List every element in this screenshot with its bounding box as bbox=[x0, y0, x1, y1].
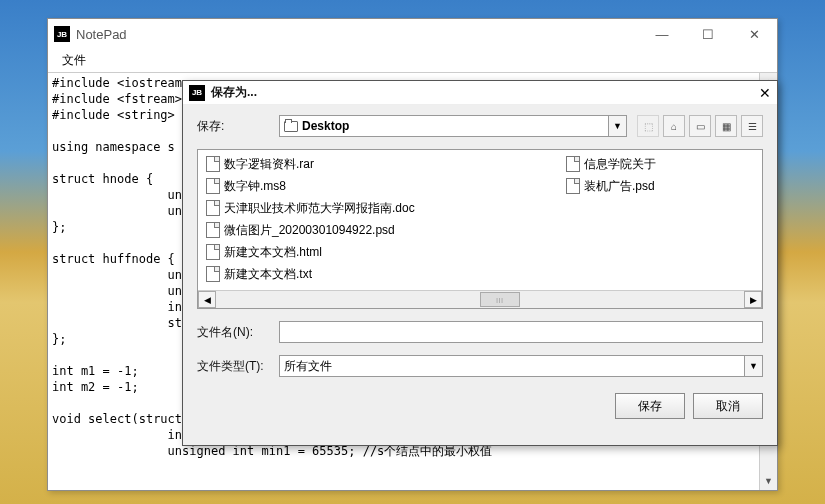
up-folder-button: ⬚ bbox=[637, 115, 659, 137]
chevron-down-icon[interactable]: ▼ bbox=[608, 116, 626, 136]
scroll-left-arrow[interactable]: ◀ bbox=[198, 291, 216, 308]
cancel-button[interactable]: 取消 bbox=[693, 393, 763, 419]
scroll-right-arrow[interactable]: ▶ bbox=[744, 291, 762, 308]
list-icon: ☰ bbox=[748, 121, 757, 132]
menu-file[interactable]: 文件 bbox=[54, 50, 94, 71]
list-item[interactable]: 微信图片_20200301094922.psd bbox=[206, 220, 526, 240]
file-icon bbox=[566, 156, 580, 172]
main-titlebar: JB NotePad — ☐ ✕ bbox=[48, 19, 777, 49]
dialog-app-icon: JB bbox=[189, 85, 205, 101]
folder-icon bbox=[284, 121, 298, 132]
detail-view-button[interactable]: ☰ bbox=[741, 115, 763, 137]
location-text: Desktop bbox=[302, 119, 349, 133]
location-dropdown[interactable]: Desktop ▼ bbox=[279, 115, 627, 137]
file-icon bbox=[206, 266, 220, 282]
hscroll-thumb[interactable]: ||| bbox=[480, 292, 520, 307]
filetype-dropdown[interactable]: 所有文件 ▼ bbox=[279, 355, 763, 377]
file-list[interactable]: 数字逻辑资料.rar 数字钟.ms8 天津职业技术师范大学网报指南.doc 微信… bbox=[197, 149, 763, 309]
list-item[interactable]: 数字钟.ms8 bbox=[206, 176, 526, 196]
save-as-dialog: JB 保存为... ✕ 保存: Desktop ▼ ⬚ ⌂ ▭ ▦ ☰ bbox=[182, 80, 778, 446]
filetype-label: 文件类型(T): bbox=[197, 358, 269, 375]
list-item[interactable]: 数字逻辑资料.rar bbox=[206, 154, 526, 174]
home-icon: ⌂ bbox=[671, 121, 677, 132]
folder-up-icon: ⬚ bbox=[644, 121, 653, 132]
grid-icon: ▦ bbox=[722, 121, 731, 132]
horizontal-scrollbar[interactable]: ◀ ||| ▶ bbox=[198, 290, 762, 308]
save-button[interactable]: 保存 bbox=[615, 393, 685, 419]
chevron-down-icon[interactable]: ▼ bbox=[744, 356, 762, 376]
file-icon bbox=[206, 178, 220, 194]
app-icon: JB bbox=[54, 26, 70, 42]
dialog-titlebar: JB 保存为... ✕ bbox=[183, 81, 777, 105]
file-icon bbox=[566, 178, 580, 194]
list-item[interactable]: 新建文本文档.html bbox=[206, 242, 526, 262]
file-icon bbox=[206, 200, 220, 216]
dialog-close-button[interactable]: ✕ bbox=[753, 81, 777, 105]
window-title: NotePad bbox=[76, 27, 639, 42]
menubar: 文件 bbox=[48, 49, 777, 73]
list-item[interactable]: 装机广告.psd bbox=[566, 176, 763, 196]
filename-input[interactable] bbox=[279, 321, 763, 343]
close-button[interactable]: ✕ bbox=[731, 19, 777, 49]
list-item[interactable]: 新建文本文档.txt bbox=[206, 264, 526, 284]
home-button[interactable]: ⌂ bbox=[663, 115, 685, 137]
filetype-text: 所有文件 bbox=[284, 358, 332, 375]
file-icon bbox=[206, 222, 220, 238]
file-icon bbox=[206, 156, 220, 172]
dialog-title: 保存为... bbox=[211, 84, 753, 101]
minimize-button[interactable]: — bbox=[639, 19, 685, 49]
list-view-button[interactable]: ▦ bbox=[715, 115, 737, 137]
filename-label: 文件名(N): bbox=[197, 324, 269, 341]
scroll-down-arrow[interactable]: ▼ bbox=[760, 472, 777, 490]
list-item[interactable]: 天津职业技术师范大学网报指南.doc bbox=[206, 198, 526, 218]
maximize-button[interactable]: ☐ bbox=[685, 19, 731, 49]
list-item[interactable]: 信息学院关于 bbox=[566, 154, 763, 174]
desktop-background: JB NotePad — ☐ ✕ 文件 #include <iostream> … bbox=[0, 0, 825, 504]
save-in-label: 保存: bbox=[197, 118, 269, 135]
file-icon bbox=[206, 244, 220, 260]
new-folder-button[interactable]: ▭ bbox=[689, 115, 711, 137]
new-folder-icon: ▭ bbox=[696, 121, 705, 132]
